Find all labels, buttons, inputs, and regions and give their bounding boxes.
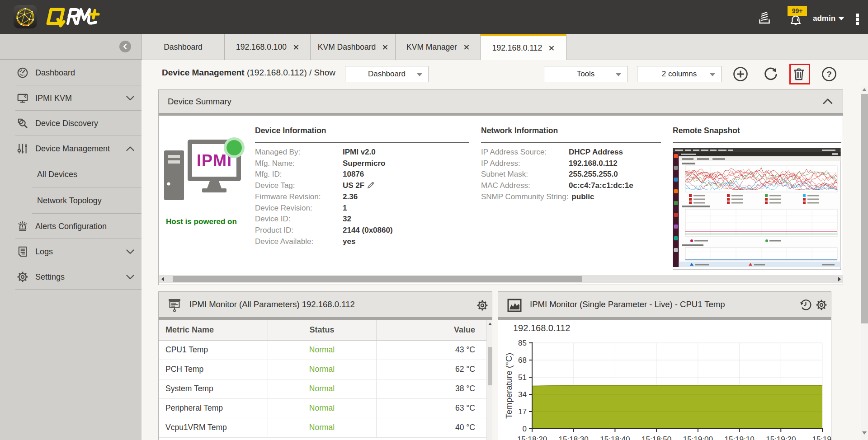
help-icon[interactable] [821, 66, 837, 82]
tab-kvm-manager[interactable]: KVM Manager [396, 34, 481, 60]
info-row: Device ID: 32 [255, 215, 290, 224]
sidebar-item-ipmi-kvm[interactable]: IPMI KVM [0, 85, 142, 111]
sidebar-item-device-management[interactable]: Device Management [0, 136, 142, 161]
user-menu[interactable]: admin [813, 14, 835, 23]
scroll-up-arrow-icon[interactable] [862, 88, 867, 91]
sidebar-item-logs[interactable]: Logs [0, 239, 142, 264]
chevron-down-icon[interactable] [126, 275, 134, 280]
tab-kvm-dashboard[interactable]: KVM Dashboard [311, 34, 396, 60]
sliders-icon [17, 143, 28, 154]
chevron-down-icon[interactable] [126, 96, 134, 101]
info-row: Product ID: 2144 (0x0860) [255, 226, 293, 235]
tab-close-icon[interactable] [463, 44, 469, 50]
info-value: 10876 [343, 170, 364, 179]
refresh-icon[interactable] [763, 66, 778, 82]
sidebar-separator [15, 289, 142, 290]
sidebar-collapse-button[interactable] [119, 41, 131, 52]
metric-name-cell: PCH Temp [159, 360, 268, 379]
sidebar-menu: Dashboard IPMI KVM Device Discovery Devi… [0, 60, 142, 290]
sidebar-item-dashboard[interactable]: Dashboard [0, 60, 142, 85]
info-row: Subnet Mask: 255.255.255.0 [481, 170, 528, 179]
column-header-metric-name[interactable]: Metric Name [159, 320, 268, 340]
metric-value-cell: 43 °C [376, 340, 486, 360]
horizontal-scrollbar[interactable] [159, 275, 843, 283]
temperature-area-chart[interactable]: 0173451688515:18:2015:18:3015:18:4015:18… [498, 318, 832, 440]
edit-pencil-icon[interactable] [367, 182, 374, 189]
svg-text:34: 34 [518, 390, 527, 399]
metric-status-cell: Normal [268, 360, 376, 379]
metric-row[interactable]: Vcpu1VRM Temp Normal 40 °C [159, 418, 486, 437]
svg-text:15:19:10: 15:19:10 [724, 435, 754, 440]
device-summary-header[interactable]: Device Summary [159, 90, 843, 116]
logs-document-icon [17, 246, 28, 257]
tab-192.168.0.112[interactable]: 192.168.0.112 [481, 34, 566, 60]
metric-status-cell: Normal [268, 418, 376, 437]
sidebar-item-all-devices[interactable]: All Devices [0, 161, 142, 187]
tab-label: 192.168.0.112 [492, 43, 542, 53]
chevron-up-icon[interactable] [126, 146, 134, 151]
info-row: Device Tag: US 2F [255, 181, 295, 190]
tab-close-icon[interactable] [382, 44, 388, 50]
gear-icon[interactable] [816, 299, 827, 311]
add-widget-icon[interactable] [733, 66, 748, 82]
remote-snapshot-image[interactable] [673, 148, 841, 270]
metrics-table: Metric Name Status Value CPU1 Temp Norma… [159, 320, 486, 438]
svg-text:85: 85 [518, 339, 527, 347]
history-clock-icon[interactable] [800, 299, 812, 311]
tab-close-icon[interactable] [293, 44, 299, 50]
select-caret-icon [417, 73, 422, 76]
info-value: yes [343, 237, 355, 246]
metric-value-cell: 40 °C [376, 418, 486, 437]
notifications-bell-icon[interactable] [789, 14, 802, 27]
scroll-right-arrow-icon[interactable] [838, 277, 841, 281]
user-caret-icon[interactable] [838, 17, 844, 20]
panel-header: IPMI Monitor (Single Parameter - Live) -… [498, 292, 831, 320]
columns-select[interactable]: 2 columns [637, 66, 722, 82]
gear-icon[interactable] [476, 300, 488, 311]
alert-siren-icon [17, 220, 28, 232]
tab-close-icon[interactable] [548, 45, 554, 51]
sidebar-item-label: All Devices [37, 170, 77, 179]
metric-row[interactable]: CPU1 Temp Normal 43 °C [159, 340, 486, 360]
area-chart-icon [507, 299, 522, 312]
svg-text:15:19:20: 15:19:20 [766, 435, 796, 440]
sidebar-item-alerts-configuration[interactable]: Alerts Configuration [0, 214, 142, 239]
table-vertical-scrollbar[interactable] [486, 320, 492, 440]
column-header-status[interactable]: Status [268, 320, 376, 340]
sidebar-item-settings[interactable]: Settings [0, 264, 142, 290]
info-row: Firmware Revision: 2.36 [255, 192, 321, 201]
task-stack-icon[interactable] [759, 12, 770, 24]
sidebar-item-network-topology[interactable]: Network Topology [0, 187, 142, 214]
tools-select[interactable]: Tools [544, 66, 627, 82]
page-vertical-scrollbar[interactable] [860, 60, 868, 440]
page-scrollbar-thumb[interactable] [861, 94, 868, 323]
scroll-down-arrow-icon[interactable] [862, 431, 867, 435]
tab-bar: Dashboard 192.168.0.100 KVM Dashboard KV… [142, 34, 868, 60]
metric-value-cell: 63 °C [376, 398, 486, 418]
view-select[interactable]: Dashboard [345, 66, 429, 82]
column-header-value[interactable]: Value [376, 320, 486, 340]
metric-row[interactable]: PCH Temp Normal 62 °C [159, 360, 486, 379]
sidebar-item-device-discovery[interactable]: Device Discovery [0, 111, 142, 136]
scroll-left-arrow-icon[interactable] [161, 277, 164, 281]
tab-192.168.0.100[interactable]: 192.168.0.100 [225, 34, 311, 60]
ipmi-monitor-single-parameter-panel: IPMI Monitor (Single Parameter - Live) -… [498, 291, 831, 440]
metric-row[interactable]: System Temp Normal 38 °C [159, 379, 486, 398]
scroll-up-arrow-icon[interactable] [488, 323, 492, 325]
view-select-value: Dashboard [368, 70, 406, 79]
kebab-menu-icon[interactable] [856, 14, 859, 26]
qrm-brand-wordmark [44, 6, 103, 28]
tab-dashboard[interactable]: Dashboard [142, 34, 225, 60]
horizontal-scrollbar-thumb[interactable] [173, 276, 582, 282]
power-status-text: Host is powered on [160, 217, 243, 226]
chevron-down-icon[interactable] [126, 249, 134, 254]
panel-collapse-icon[interactable] [823, 98, 833, 104]
metric-name-cell: Vcpu1VRM Temp [159, 418, 268, 437]
metric-row[interactable]: Peripheral Temp Normal 63 °C [159, 398, 486, 418]
info-row: SNMP Community String: public [481, 192, 568, 201]
page-title-rest: (192.168.0.112) / Show [245, 68, 335, 77]
columns-select-value: 2 columns [662, 70, 697, 79]
table-scrollbar-thumb[interactable] [488, 347, 492, 385]
info-label: Managed By: [255, 148, 300, 156]
network-information-heading: Network Information [481, 126, 558, 136]
